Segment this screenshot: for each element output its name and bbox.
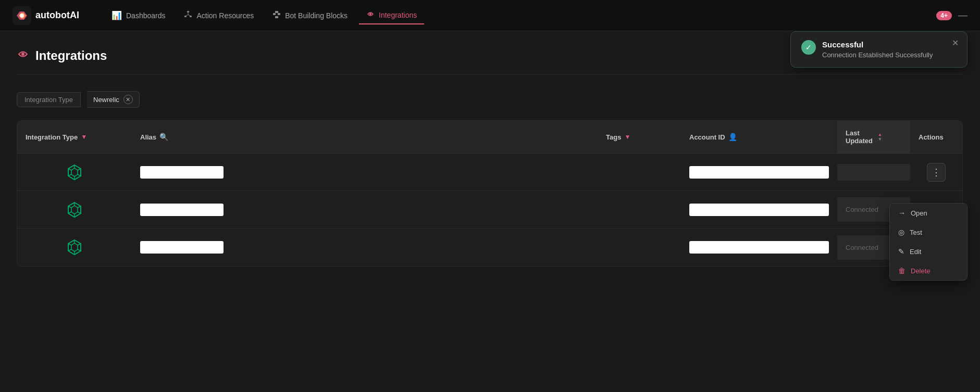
success-toast: ✓ Successful Connection Established Succ… [790,31,967,68]
svg-marker-31 [71,243,78,251]
toast-close-button[interactable]: ✕ [952,38,959,48]
brand-logo[interactable]: autobotAI [13,6,79,25]
last-updated-value-3: Connected [846,244,878,251]
th-alias-label: Alias [140,133,156,141]
td-tags-1 [598,164,681,181]
edit-icon: ✎ [898,247,904,256]
table-row: Connected [17,191,962,229]
integrations-icon [366,10,375,20]
nav-label-action-resources: Action Resources [196,11,254,20]
alias-search-icon[interactable]: 🔍 [159,133,168,141]
svg-marker-15 [71,168,78,176]
newrelic-icon-3 [65,238,84,257]
th-actions: Actions [910,121,962,153]
svg-line-7 [188,15,191,16]
svg-marker-23 [71,206,78,214]
toast-content: Successful Connection Established Succes… [822,40,933,59]
nav-item-integrations[interactable]: Integrations [359,7,424,24]
menu-item-test[interactable]: ◎ Test [890,223,967,242]
toast-success-icon: ✓ [801,40,816,55]
menu-item-test-label: Test [910,229,922,236]
menu-item-open[interactable]: → Open [890,204,967,223]
test-icon: ◎ [898,228,904,236]
main-content: Integrations Integration Type Newrelic ✕… [0,31,979,283]
td-alias-2 [132,195,598,224]
page-header-icon [17,48,29,64]
integration-type-filter-icon[interactable]: ▼ [81,133,87,141]
td-tags-3 [598,239,681,256]
td-alias-1 [132,158,598,187]
svg-point-13 [21,53,24,56]
nav-item-bot-building-blocks[interactable]: Bot Building Blocks [265,7,355,24]
th-alias: Alias 🔍 [132,121,598,153]
page-title: Integrations [35,48,107,63]
newrelic-icon-2 [65,200,84,219]
toast-title: Successful [822,40,933,49]
td-tags-2 [598,201,681,218]
filter-type-value: Newrelic [93,96,119,104]
th-last-updated-label: LastUpdated [846,129,873,145]
filter-value: Newrelic ✕ [87,91,140,108]
filter-close-button[interactable]: ✕ [123,95,133,104]
td-integration-type-1 [17,155,132,190]
th-integration-type-label: Integration Type [26,133,78,141]
table-row: ⋮ [17,154,962,191]
newrelic-icon-1 [65,163,84,182]
action-resources-icon [184,10,192,21]
alias-redacted-1 [140,166,224,179]
account-id-search-icon[interactable]: 👤 [728,133,737,141]
nav-label-integrations: Integrations [379,11,417,19]
th-account-id: Account ID 👤 [681,121,837,153]
actions-dropdown-menu: → Open ◎ Test ✎ Edit 🗑 Delete [889,203,967,281]
table-header: Integration Type ▼ Alias 🔍 Tags ▼ Accoun… [17,121,962,154]
nav-item-action-resources[interactable]: Action Resources [177,7,261,24]
th-last-updated: LastUpdated ▲ ▼ [837,121,910,153]
td-account-id-1 [681,158,837,187]
top-navigation: autobotAI 📊 Dashboards Action Resources [0,0,980,31]
filter-type-label: Integration Type [17,92,81,107]
th-integration-type: Integration Type ▼ [17,121,132,153]
td-account-id-3 [681,233,837,262]
nav-right: 4+ — [936,10,967,21]
td-integration-type-2 [17,192,132,227]
svg-point-12 [369,13,371,15]
td-actions-1: ⋮ [910,155,962,190]
menu-item-edit[interactable]: ✎ Edit [890,242,967,261]
filter-row: Integration Type Newrelic ✕ [17,91,963,108]
menu-item-delete[interactable]: 🗑 Delete [890,261,967,280]
nav-item-dashboards[interactable]: 📊 Dashboards [104,7,173,23]
td-account-id-2 [681,195,837,224]
actions-menu-button-1[interactable]: ⋮ [927,163,946,182]
svg-point-1 [20,14,24,18]
brand-name: autobotAI [35,10,79,21]
alias-redacted-3 [140,241,224,254]
nav-label-bot-building-blocks: Bot Building Blocks [285,11,348,20]
th-tags: Tags ▼ [598,121,681,153]
th-tags-label: Tags [606,133,621,141]
open-icon: → [898,209,905,217]
dashboards-icon: 📊 [111,10,122,20]
svg-rect-8 [273,13,276,15]
menu-item-edit-label: Edit [910,248,921,256]
svg-rect-11 [275,16,278,18]
th-actions-label: Actions [919,133,944,141]
notification-badge[interactable]: 4+ [936,11,952,20]
svg-line-6 [185,15,188,16]
td-last-updated-1 [837,164,910,181]
td-alias-3 [132,233,598,262]
table-row: Connected [17,229,962,266]
bot-building-blocks-icon [272,10,281,21]
last-updated-sort[interactable]: ▲ ▼ [878,133,882,142]
delete-icon: 🗑 [898,267,905,275]
alias-redacted-2 [140,204,224,216]
account-id-redacted-1 [689,166,829,179]
tags-filter-icon[interactable]: ▼ [624,133,630,141]
td-integration-type-3 [17,230,132,265]
account-id-redacted-3 [689,241,829,254]
account-id-redacted-2 [689,204,829,216]
last-updated-value-2: Connected [846,206,878,213]
svg-rect-10 [275,11,278,13]
minimize-icon[interactable]: — [958,10,967,21]
integrations-table: Integration Type ▼ Alias 🔍 Tags ▼ Accoun… [17,120,963,267]
nav-label-dashboards: Dashboards [126,11,166,20]
